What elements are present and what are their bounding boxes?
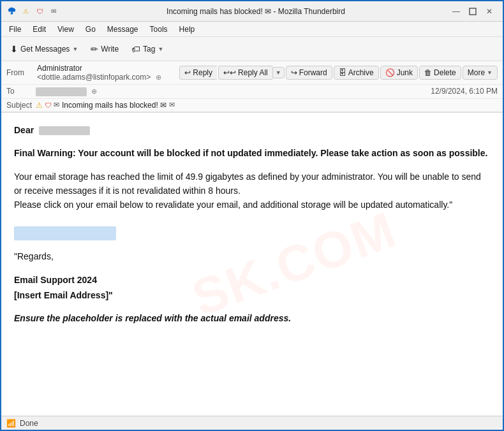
dear-line: Dear — [14, 123, 490, 137]
from-name: Administrator — [37, 64, 82, 73]
thunderbird-logo-icon: 🌩 — [6, 6, 17, 17]
write-button[interactable]: ✏ Write — [85, 41, 124, 57]
to-address-blurred — [36, 87, 87, 96]
subject-text: Incoming mails has blocked! ✉ — [62, 101, 167, 110]
email-header: From Administrator <dottie.adams@listinf… — [1, 61, 503, 113]
menu-help[interactable]: Help — [174, 24, 200, 35]
envelope-icon: ✉ — [48, 6, 59, 17]
warning-triangle-icon: ⚠ — [20, 6, 31, 17]
signature-line1: Email Support 2024 — [14, 273, 490, 287]
window-controls: — ✕ — [448, 3, 498, 20]
forward-button[interactable]: ↪ Forward — [286, 66, 332, 80]
to-bar: To ⊕ 12/9/2024, 6:10 PM — [1, 85, 503, 99]
menu-message[interactable]: Message — [102, 24, 144, 35]
minimize-button[interactable]: — — [448, 3, 464, 20]
more-button[interactable]: More ▼ — [463, 66, 498, 80]
signature-line2: [Insert Email Address]" — [14, 288, 490, 302]
reply-all-group: ↩↩ Reply All ▼ — [218, 66, 285, 80]
statusbar-text: Done — [20, 419, 38, 428]
more-arrow-icon: ▼ — [487, 69, 493, 76]
titlebar-app-icons: 🌩 ⚠ 🛡 ✉ — [6, 6, 59, 17]
archive-label: Archive — [348, 68, 374, 77]
reply-group: ↩ Reply — [179, 66, 217, 80]
write-icon: ✏ — [91, 44, 98, 54]
subject-envelope-end-icon: ✉ — [169, 101, 175, 109]
reply-all-dropdown-button[interactable]: ▼ — [272, 67, 285, 78]
subject-envelope-icon: ✉ — [54, 101, 59, 109]
email-body: SK.COM Dear Final Warning: Your account … — [1, 113, 503, 416]
statusbar: 📶 Done — [1, 416, 503, 430]
more-label: More — [468, 68, 485, 77]
junk-button[interactable]: 🚫 Junk — [380, 66, 418, 80]
get-messages-icon: ⬇ — [10, 44, 18, 54]
reply-all-label: Reply All — [238, 68, 268, 77]
from-label: From — [6, 68, 36, 77]
delete-button[interactable]: 🗑 Delete — [419, 66, 461, 80]
to-label: To — [6, 87, 36, 96]
link-placeholder — [14, 221, 490, 249]
reply-all-arrow-icon: ▼ — [276, 69, 281, 76]
regards-line: "Regards, — [14, 249, 490, 263]
archive-icon: 🗄 — [339, 68, 346, 77]
tag-arrow-icon: ▼ — [158, 46, 163, 52]
delete-icon: 🗑 — [424, 68, 432, 77]
tag-button[interactable]: 🏷 Tag ▼ — [126, 41, 168, 57]
shield-icon: 🛡 — [34, 6, 45, 17]
tag-label: Tag — [143, 45, 155, 54]
subject-bar: Subject ⚠ 🛡 ✉ Incoming mails has blocked… — [1, 99, 503, 112]
window-title: Incoming mails has blocked! ✉ - Mozilla … — [64, 7, 448, 16]
forward-icon: ↪ — [291, 68, 297, 77]
menu-go[interactable]: Go — [80, 24, 101, 35]
reply-button[interactable]: ↩ Reply — [179, 66, 217, 80]
from-bar: From Administrator <dottie.adams@listinf… — [1, 61, 503, 85]
toolbar: ⬇ Get Messages ▼ ✏ Write 🏷 Tag ▼ — [1, 37, 503, 61]
svg-rect-0 — [470, 8, 476, 15]
action-buttons: ↩ Reply ↩↩ Reply All ▼ ↪ Forward — [179, 66, 498, 80]
titlebar: 🌩 ⚠ 🛡 ✉ Incoming mails has blocked! ✉ - … — [1, 1, 503, 22]
menubar: File Edit View Go Message Tools Help — [1, 22, 503, 37]
maximize-button[interactable] — [464, 3, 481, 20]
subject-value: ⚠ 🛡 ✉ Incoming mails has blocked! ✉ ✉ — [36, 101, 175, 110]
main-window: 🌩 ⚠ 🛡 ✉ Incoming mails has blocked! ✉ - … — [0, 0, 504, 431]
from-email: <dottie.adams@listinfopark.com> — [37, 73, 151, 82]
junk-label: Junk — [397, 68, 413, 77]
contact-icon: ⊕ — [156, 73, 161, 81]
menu-file[interactable]: File — [4, 24, 26, 35]
menu-tools[interactable]: Tools — [145, 24, 173, 35]
to-contact-icon: ⊕ — [91, 87, 97, 95]
menu-edit[interactable]: Edit — [27, 24, 51, 35]
get-messages-button[interactable]: ⬇ Get Messages ▼ — [5, 41, 83, 57]
recipient-name-blurred — [39, 126, 90, 135]
reply-label: Reply — [193, 68, 212, 77]
statusbar-wifi-icon: 📶 — [6, 419, 16, 428]
delete-label: Delete — [434, 68, 456, 77]
warning-paragraph: Final Warning: Your account will be bloc… — [14, 146, 490, 160]
write-label: Write — [101, 45, 119, 54]
email-content: Dear Final Warning: Your account will be… — [14, 123, 490, 326]
tag-icon: 🏷 — [131, 44, 140, 54]
archive-button[interactable]: 🗄 Archive — [334, 66, 379, 80]
subject-warning-icon: ⚠ — [36, 101, 43, 110]
get-messages-arrow-icon: ▼ — [72, 46, 78, 52]
subject-label: Subject — [6, 101, 36, 110]
menu-view[interactable]: View — [52, 24, 79, 35]
forward-label: Forward — [299, 68, 327, 77]
get-messages-label: Get Messages — [20, 45, 70, 54]
footer-note: Ensure the placeholder is replaced with … — [14, 311, 490, 325]
from-address: Administrator <dottie.adams@listinfopark… — [37, 64, 178, 82]
to-address: ⊕ — [36, 87, 431, 96]
subject-icons: ⚠ 🛡 ✉ — [36, 101, 59, 110]
reply-icon: ↩ — [184, 68, 191, 77]
body-paragraph1: Your email storage has reached the limit… — [14, 170, 490, 212]
email-date: 12/9/2024, 6:10 PM — [431, 87, 498, 96]
reply-all-icon: ↩↩ — [223, 68, 236, 77]
dear-text: Dear — [14, 125, 34, 135]
reply-all-button[interactable]: ↩↩ Reply All — [218, 66, 272, 80]
close-button[interactable]: ✕ — [481, 3, 498, 20]
subject-shield-icon: 🛡 — [45, 101, 52, 109]
junk-icon: 🚫 — [385, 68, 395, 77]
